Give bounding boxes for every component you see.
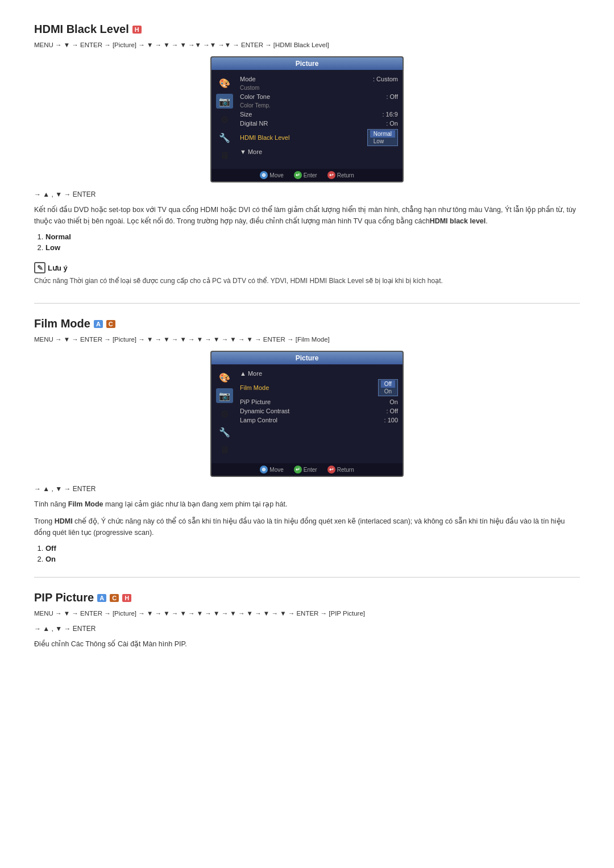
film-menu-dynamic: Dynamic Contrast : Off: [240, 406, 398, 416]
hdmi-screen-container: Picture 🎨 📷 ⚙ 🔧 🖥 Mode : Custom Custom: [34, 56, 580, 182]
hdmi-options-list: Normal Low: [45, 232, 580, 252]
film-footer-return: ↩ Return: [327, 466, 354, 474]
film-option-off: Off: [45, 544, 580, 553]
film-icon-tools: 🔧: [216, 425, 233, 439]
hdmi-screen-footer: ⊕ Move ↵ Enter ↩ Return: [211, 169, 403, 181]
menu-row-colortone: Color Tone : Off: [240, 92, 398, 101]
menu-row-colortemp: Color Temp.: [240, 101, 398, 110]
film-description2: Trong HDMI chế độ, Ý chức năng này có th…: [34, 516, 580, 538]
pip-nav-path: MENU → ▼ → ENTER → [Picture] → ▼ → ▼ → ▼…: [34, 610, 580, 617]
hdmi-screen-title: Picture: [211, 57, 403, 70]
hdmi-screen-body: 🎨 📷 ⚙ 🔧 🖥 Mode : Custom Custom Colo: [211, 70, 403, 169]
film-icon-camera: 📷: [216, 388, 233, 403]
enter-icon: ↵: [294, 171, 302, 179]
film-options-list: Off On: [45, 544, 580, 563]
film-nav-path: MENU → ▼ → ENTER → [Picture] → ▼ → ▼ → ▼…: [34, 336, 580, 343]
hdmi-dropdown[interactable]: Normal Low: [367, 129, 398, 146]
divider-1: [34, 303, 580, 304]
icon-picture: 🎨: [216, 76, 233, 90]
icon-camera: 📷: [216, 94, 233, 109]
move-icon: ⊕: [260, 171, 268, 179]
menu-row-more-hdmi: ▼ More: [240, 147, 398, 156]
film-icon-gear: ⚙: [216, 406, 233, 421]
film-dropdown[interactable]: Off On: [378, 379, 398, 396]
film-enter-icon: ↵: [294, 466, 302, 474]
film-footer-move: ⊕ Move: [260, 466, 283, 474]
hdmi-note-text: Chức năng Thời gian có thể loại sẽ được …: [34, 276, 580, 286]
pip-badge-a: A: [97, 594, 106, 602]
film-badge-a: A: [94, 320, 103, 328]
hdmi-option-normal: Normal: [45, 232, 580, 241]
menu-row-mode: Mode : Custom: [240, 74, 398, 84]
pip-badge-c: C: [110, 594, 119, 602]
hdmi-instruction: → ▲ , ▼ → ENTER: [34, 190, 580, 198]
hdmi-black-level-title: HDMI Black Level H: [34, 23, 580, 36]
film-option-on: On: [45, 555, 580, 563]
note-icon: ✎: [34, 262, 45, 273]
hdmi-option-low: Low: [45, 243, 580, 252]
pip-picture-section: PIP Picture A C H MENU → ▼ → ENTER → [Pi…: [34, 591, 580, 650]
film-icon-monitor: 🖥: [216, 443, 233, 458]
film-description1: Tính năng Film Mode mang lại cảm giác nh…: [34, 499, 580, 510]
hdmi-note-title: ✎ Lưu ý: [34, 262, 580, 273]
hdmi-screen-menu: Mode : Custom Custom Color Tone : Off Co…: [238, 73, 403, 165]
film-screen-title: Picture: [211, 352, 403, 364]
hdmi-nav-path: MENU → ▼ → ENTER → [Picture] → ▼ → ▼ → ▼…: [34, 41, 580, 48]
film-screen-container: Picture 🎨 📷 ⚙ 🔧 🖥 ▲ More Film Mode: [34, 351, 580, 477]
icon-gear: ⚙: [216, 112, 233, 127]
film-screen-icons: 🎨 📷 ⚙ 🔧 🖥: [211, 368, 238, 460]
hdmi-black-level-section: HDMI Black Level H MENU → ▼ → ENTER → [P…: [34, 23, 580, 289]
icon-tools: 🔧: [216, 130, 233, 145]
pip-title: PIP Picture A C H: [34, 591, 580, 604]
footer-move: ⊕ Move: [260, 171, 283, 179]
hdmi-badge: H: [132, 26, 142, 34]
film-badge-c: C: [106, 320, 115, 328]
return-icon: ↩: [327, 171, 335, 179]
film-screen-footer: ⊕ Move ↵ Enter ↩ Return: [211, 463, 403, 476]
footer-return: ↩ Return: [327, 171, 354, 179]
divider-2: [34, 577, 580, 578]
footer-enter: ↵ Enter: [294, 171, 317, 179]
film-move-icon: ⊕: [260, 466, 268, 474]
pip-badge-h: H: [122, 594, 131, 602]
hdmi-screen: Picture 🎨 📷 ⚙ 🔧 🖥 Mode : Custom Custom: [210, 56, 404, 182]
film-screen-menu: ▲ More Film Mode Off On PiP Picture: [238, 368, 403, 460]
film-return-icon: ↩: [327, 466, 335, 474]
film-icon-picture: 🎨: [216, 370, 233, 385]
icon-monitor: 🖥: [216, 148, 233, 163]
hdmi-screen-icons: 🎨 📷 ⚙ 🔧 🖥: [211, 73, 238, 165]
film-menu-more-up: ▲ More: [240, 369, 398, 378]
film-mode-section: Film Mode A C MENU → ▼ → ENTER → [Pictur…: [34, 317, 580, 563]
hdmi-note-box: ✎ Lưu ý Chức năng Thời gian có thể loại …: [34, 259, 580, 289]
menu-row-digitalnr: Digital NR : On: [240, 119, 398, 128]
film-screen-body: 🎨 📷 ⚙ 🔧 🖥 ▲ More Film Mode Off: [211, 364, 403, 463]
film-screen: Picture 🎨 📷 ⚙ 🔧 🖥 ▲ More Film Mode: [210, 351, 404, 477]
menu-row-custom: Custom: [240, 84, 398, 92]
film-mode-title: Film Mode A C: [34, 317, 580, 330]
film-instruction: → ▲ , ▼ → ENTER: [34, 485, 580, 493]
film-menu-lamp: Lamp Control : 100: [240, 416, 398, 425]
pip-description: Điều chỉnh Các Thông số Cài đặt Màn hình…: [34, 638, 580, 650]
film-menu-filmmode: Film Mode Off On: [240, 378, 398, 397]
menu-row-size: Size : 16:9: [240, 110, 398, 119]
film-menu-pip: PiP Picture On: [240, 397, 398, 406]
film-footer-enter: ↵ Enter: [294, 466, 317, 474]
hdmi-description: Kết nối đầu DVD hoặc set-top box với TV …: [34, 204, 580, 227]
menu-row-hdmi-black: HDMI Black Level Normal Low: [240, 128, 398, 147]
pip-instruction: → ▲ , ▼ → ENTER: [34, 625, 580, 633]
